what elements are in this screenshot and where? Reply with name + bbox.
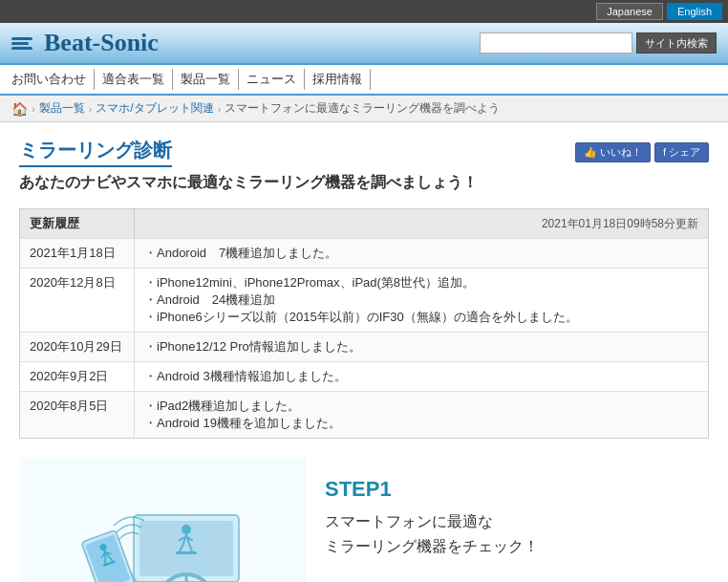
page-title-area: ミラーリング診断 👍 いいね！ f シェア (19, 138, 709, 167)
breadcrumb-sep-3: › (218, 103, 222, 115)
table-row: 2021年1月18日・Andoroid 7機種追加しました。 (20, 239, 709, 269)
table-cell-content: ・iPhone12/12 Pro情報追加しました。 (135, 333, 709, 362)
breadcrumb-products[interactable]: 製品一覧 (39, 100, 85, 117)
step-content: STEP1 スマートフォンに最適な ミラーリング機器をチェック！ (325, 458, 709, 558)
breadcrumb-sep-1: › (32, 103, 35, 115)
page-title: ミラーリング診断 (19, 138, 172, 167)
table-cell-date: 2020年10月29日 (20, 333, 135, 362)
update-table-body: 2021年1月18日・Andoroid 7機種追加しました。2020年12月8日… (20, 239, 709, 439)
illustration-area (19, 458, 306, 582)
nav-bar: お問い合わせ 適合表一覧 製品一覧 ニュース 採用情報 (0, 65, 728, 96)
table-header-date: 更新履歴 (20, 209, 135, 239)
table-cell-content: ・iPhone12mini、iPhone12Promax、iPad(第8世代）追… (135, 269, 709, 333)
table-row: 2020年8月5日・iPad2機種追加しました。 ・Android 19機種を追… (20, 392, 709, 439)
table-row: 2020年12月8日・iPhone12mini、iPhone12Promax、i… (20, 269, 709, 333)
header-search-area: サイト内検索 (480, 32, 717, 54)
logo-text: Beat-Sonic (44, 29, 159, 57)
language-bar: Japanese English (0, 0, 728, 23)
nav-item-compatibility[interactable]: 適合表一覧 (95, 69, 173, 90)
bottom-section: STEP1 スマートフォンに最適な ミラーリング機器をチェック！ (19, 458, 709, 582)
table-cell-date: 2020年12月8日 (20, 269, 135, 333)
table-header-timestamp: 2021年01月18日09時58分更新 (135, 209, 709, 239)
step-title: STEP1 (325, 477, 709, 502)
japanese-lang-button[interactable]: Japanese (596, 3, 663, 20)
search-input[interactable] (480, 32, 632, 54)
main-content: ミラーリング診断 👍 いいね！ f シェア あなたのナビやスマホに最適なミラーリ… (0, 122, 728, 582)
logo[interactable]: Beat-Sonic (11, 29, 159, 57)
table-cell-content: ・Android 3機種情報追加しました。 (135, 362, 709, 392)
table-cell-content: ・iPad2機種追加しました。 ・Android 19機種を追加しました。 (135, 392, 709, 439)
table-cell-date: 2020年8月5日 (20, 392, 135, 439)
like-button[interactable]: 👍 いいね！ (575, 142, 651, 162)
breadcrumb: 🏠 › 製品一覧 › スマホ/タブレット関連 › スマートフォンに最適なミラーリ… (0, 96, 728, 122)
page-subtitle: あなたのナビやスマホに最適なミラーリング機器を調べましょう！ (19, 173, 709, 193)
breadcrumb-sep-2: › (89, 103, 93, 115)
update-history-table: 更新履歴 2021年01月18日09時58分更新 2021年1月18日・Ando… (19, 208, 709, 439)
table-cell-date: 2020年9月2日 (20, 362, 135, 392)
table-cell-content: ・Andoroid 7機種追加しました。 (135, 239, 709, 269)
nav-item-recruit[interactable]: 採用情報 (305, 69, 371, 90)
step-description: スマートフォンに最適な ミラーリング機器をチェック！ (325, 509, 709, 558)
nav-item-contact[interactable]: お問い合わせ (11, 69, 95, 90)
breadcrumb-smartphone[interactable]: スマホ/タブレット関連 (96, 100, 213, 117)
social-buttons: 👍 いいね！ f シェア (575, 142, 709, 162)
svg-point-3 (182, 525, 191, 534)
table-row: 2020年10月29日・iPhone12/12 Pro情報追加しました。 (20, 333, 709, 362)
nav-item-news[interactable]: ニュース (239, 69, 305, 90)
table-header-row: 更新履歴 2021年01月18日09時58分更新 (20, 209, 709, 239)
english-lang-button[interactable]: English (667, 3, 722, 20)
site-header: Beat-Sonic サイト内検索 (0, 23, 728, 65)
nav-item-products[interactable]: 製品一覧 (173, 69, 239, 90)
breadcrumb-home-icon[interactable]: 🏠 (11, 101, 28, 117)
share-button[interactable]: f シェア (654, 142, 709, 162)
breadcrumb-current: スマートフォンに最適なミラーリング機器を調べよう (225, 100, 500, 117)
table-row: 2020年9月2日・Android 3機種情報追加しました。 (20, 362, 709, 392)
illustration-svg (19, 458, 306, 582)
svg-rect-10 (176, 551, 197, 554)
search-button[interactable]: サイト内検索 (636, 32, 717, 54)
logo-waves-icon (11, 37, 32, 50)
table-cell-date: 2021年1月18日 (20, 239, 135, 269)
